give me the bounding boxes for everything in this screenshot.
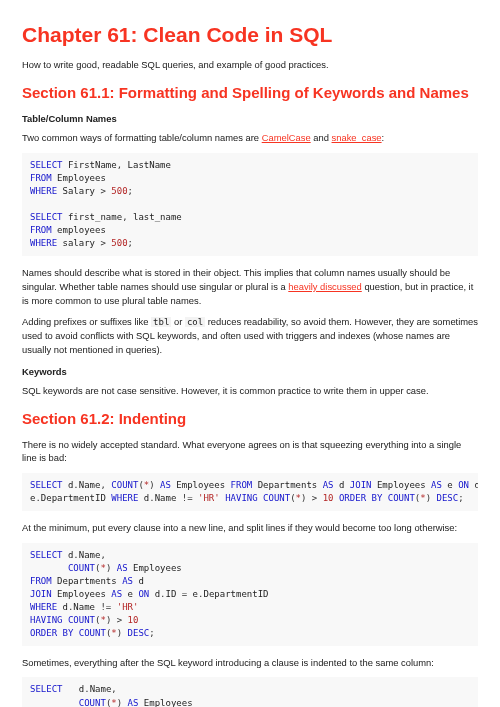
inline-code-tbl: tbl [151, 317, 171, 327]
inline-code-col: col [185, 317, 205, 327]
code-block-multiline: SELECT d.Name, COUNT(*) AS Employees FRO… [22, 543, 478, 646]
heavily-discussed-link[interactable]: heavily discussed [288, 281, 361, 292]
snakecase-link[interactable]: snake_case [332, 132, 382, 143]
paragraph: Names should describe what is stored in … [22, 266, 478, 307]
code-block-camel-snake: SELECT FirstName, LastName FROM Employee… [22, 153, 478, 256]
subheading-table-column: Table/Column Names [22, 112, 478, 126]
paragraph: At the minimum, put every clause into a … [22, 521, 478, 535]
paragraph: Adding prefixes or suffixes like tbl or … [22, 315, 478, 356]
paragraph: Two common ways of formatting table/colu… [22, 131, 478, 145]
paragraph: Sometimes, everything after the SQL keyw… [22, 656, 478, 670]
paragraph: SQL keywords are not case sensitive. How… [22, 384, 478, 398]
camelcase-link[interactable]: CamelCase [262, 132, 311, 143]
paragraph: There is no widely accepted standard. Wh… [22, 438, 478, 465]
section-title-61-2: Section 61.2: Indenting [22, 408, 478, 430]
subheading-keywords: Keywords [22, 365, 478, 379]
chapter-intro: How to write good, readable SQL queries,… [22, 58, 478, 72]
section-title-61-1: Section 61.1: Formatting and Spelling of… [22, 82, 478, 104]
code-block-aligned: SELECT d.Name, COUNT(*) AS Employees FRO… [22, 677, 478, 707]
code-block-single-line: SELECT d.Name, COUNT(*) AS Employees FRO… [22, 473, 478, 511]
chapter-title: Chapter 61: Clean Code in SQL [22, 20, 478, 50]
